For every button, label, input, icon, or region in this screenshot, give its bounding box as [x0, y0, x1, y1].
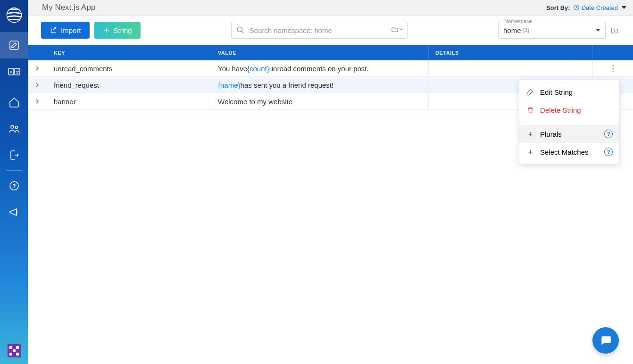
row-context-menu: Edit String Delete String Plurals ? Sele…	[519, 80, 620, 164]
nav-announce[interactable]	[0, 199, 28, 225]
sidebar-divider	[6, 87, 22, 87]
chat-icon	[600, 334, 612, 347]
svg-rect-2	[10, 41, 18, 50]
nav-home[interactable]	[0, 89, 28, 116]
sort-control: Sort By: Date Created	[546, 4, 626, 11]
svg-point-8	[15, 126, 17, 129]
col-details: DETAILS	[429, 45, 593, 60]
add-string-button[interactable]: String	[94, 22, 141, 39]
app-logo	[6, 7, 23, 24]
namespace-label: Namespace	[502, 18, 534, 24]
chevron-down-icon	[596, 29, 600, 32]
table-header: KEY VALUE DETAILS	[28, 45, 633, 60]
svg-point-19	[612, 67, 614, 69]
cell-value[interactable]: {name} has sent you a friend request!	[211, 77, 429, 93]
page-title: My Next.js App	[42, 3, 546, 12]
plus-icon	[526, 149, 534, 156]
svg-rect-12	[16, 346, 19, 349]
svg-text:A: A	[9, 70, 12, 74]
svg-rect-13	[13, 349, 16, 352]
cell-value[interactable]: Welcome to my website	[211, 93, 429, 109]
svg-rect-15	[16, 353, 19, 356]
cell-key[interactable]: banner	[47, 93, 211, 109]
sort-value[interactable]: Date Created	[573, 4, 626, 11]
main-area: My Next.js App Sort By: Date Created Imp…	[28, 0, 633, 364]
sort-label: Sort By:	[546, 4, 570, 11]
menu-delete-string[interactable]: Delete String	[519, 101, 619, 119]
menu-select-matches[interactable]: Select Matches ?	[519, 143, 619, 161]
nav-export[interactable]	[0, 142, 28, 168]
row-actions-button[interactable]	[608, 63, 619, 74]
expand-row[interactable]	[28, 93, 47, 109]
sidebar-divider-2	[6, 170, 22, 171]
pencil-icon	[526, 88, 534, 96]
menu-plurals[interactable]: Plurals ?	[519, 125, 619, 143]
svg-point-20	[612, 70, 614, 72]
svg-text:文: 文	[15, 70, 19, 74]
cell-details	[429, 60, 593, 76]
plus-icon	[103, 26, 110, 34]
svg-point-17	[237, 27, 242, 32]
nav-team[interactable]	[0, 116, 28, 142]
expand-row[interactable]	[28, 60, 47, 76]
nav-upload[interactable]	[0, 173, 28, 199]
chevron-down-icon	[622, 6, 626, 9]
expand-row[interactable]	[28, 77, 47, 93]
menu-edit-string[interactable]: Edit String	[519, 83, 619, 101]
search-icon	[236, 25, 244, 34]
toolbar: Import String Namespace home (3)	[28, 16, 633, 45]
cell-key[interactable]: friend_request	[47, 77, 211, 93]
cell-value[interactable]: You have {count} unread comments on your…	[211, 60, 429, 76]
trash-icon	[526, 106, 534, 114]
import-icon	[50, 26, 58, 34]
nav-translate[interactable]: A文	[0, 58, 28, 85]
cell-key[interactable]: unread_comments	[47, 60, 211, 76]
folder-filter-icon[interactable]	[391, 26, 403, 33]
svg-rect-14	[9, 353, 12, 356]
sidebar: A文	[0, 0, 28, 364]
col-key: KEY	[47, 45, 211, 60]
plus-icon	[526, 131, 534, 138]
clock-icon	[573, 4, 580, 11]
menu-divider	[519, 122, 619, 122]
help-icon[interactable]: ?	[604, 148, 613, 156]
search-field-wrap	[231, 22, 408, 39]
breadcrumb-bar: My Next.js App Sort By: Date Created	[28, 0, 633, 16]
svg-point-7	[11, 125, 14, 128]
svg-point-18	[612, 65, 614, 66]
add-namespace-button[interactable]	[609, 25, 620, 35]
table-row: unread_comments You have {count} unread …	[28, 60, 633, 77]
chat-fab[interactable]	[592, 327, 619, 354]
import-button[interactable]: Import	[41, 22, 90, 39]
namespace-select[interactable]: Namespace home (3)	[498, 22, 606, 39]
nav-edit[interactable]	[0, 32, 28, 58]
user-avatar[interactable]	[8, 344, 21, 357]
col-value: VALUE	[211, 45, 429, 60]
help-icon[interactable]: ?	[604, 130, 613, 138]
search-input[interactable]	[231, 22, 408, 39]
svg-rect-11	[9, 346, 12, 349]
namespace-wrap: Namespace home (3)	[498, 22, 620, 39]
